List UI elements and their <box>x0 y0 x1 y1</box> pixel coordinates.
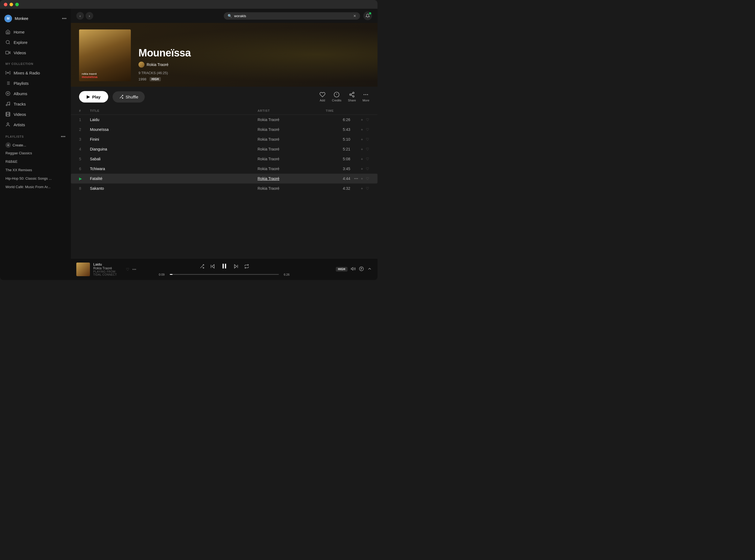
pause-button[interactable] <box>221 263 228 271</box>
create-playlist-button[interactable]: + Create... <box>0 141 71 149</box>
track-play-indicator: ▶ <box>79 176 90 181</box>
playlist-item-worldcafe[interactable]: World Café: Music From Ar... <box>0 183 71 191</box>
track-add-icon[interactable]: + <box>361 166 363 171</box>
artist-icon <box>5 122 11 127</box>
track-add-icon[interactable]: + <box>361 176 363 181</box>
add-button[interactable]: Add <box>320 92 325 102</box>
heart-add-icon <box>320 92 325 98</box>
track-heart-icon[interactable]: ♡ <box>366 186 369 191</box>
notifications-button[interactable] <box>363 12 372 20</box>
album-tracks-meta: 9 TRACKS (46:25) <box>139 71 369 75</box>
sidebar-item-home[interactable]: Home <box>0 27 71 37</box>
track-add-icon[interactable]: + <box>361 147 363 151</box>
sidebar-item-tracks[interactable]: Tracks <box>0 99 71 109</box>
info-icon <box>334 92 340 98</box>
forward-button[interactable]: › <box>86 12 93 20</box>
player-more-icon[interactable]: ••• <box>132 267 136 272</box>
track-heart-icon[interactable]: ♡ <box>366 157 369 161</box>
track-row[interactable]: 6 Tchiwara Rokia Traoré 3:45 + ♡ <box>71 164 378 174</box>
more-button[interactable]: More <box>363 92 369 102</box>
queue-icon[interactable] <box>359 266 364 272</box>
expand-icon[interactable] <box>367 266 372 272</box>
track-time: 5:21 <box>326 147 353 151</box>
user-menu-icon[interactable]: ••• <box>62 16 66 21</box>
track-row[interactable]: 4 Dianguina Rokia Traoré 5:21 + ♡ <box>71 144 378 154</box>
avatar[interactable]: M <box>4 15 12 22</box>
track-row[interactable]: 5 Sabali Rokia Traoré 5:08 + ♡ <box>71 154 378 164</box>
track-add-icon[interactable]: + <box>361 186 363 191</box>
sidebar-item-artists[interactable]: Artists <box>0 119 71 130</box>
track-add-icon[interactable]: + <box>361 118 363 122</box>
sidebar-item-playlists[interactable]: Playlists <box>0 78 71 88</box>
track-more-icon[interactable]: ••• <box>354 176 358 181</box>
sidebar-item-videos-col[interactable]: Videos <box>0 109 71 119</box>
track-heart-icon[interactable]: ♡ <box>366 176 369 181</box>
player-source: PLAYING FROM: TIDAL CONNECT <box>93 270 123 276</box>
play-button[interactable]: ▶ Play <box>79 91 108 102</box>
playlists-menu-icon[interactable]: ••• <box>61 134 65 139</box>
track-row[interactable]: 2 Mouneïssa Rokia Traoré 5:43 + ♡ <box>71 125 378 135</box>
player-artist-name: Rokia Traoré <box>93 266 123 270</box>
previous-button[interactable] <box>210 264 215 270</box>
queue-svg <box>359 266 364 271</box>
player-heart-icon[interactable]: ♡ <box>126 267 129 272</box>
minimize-button[interactable] <box>9 3 13 6</box>
track-title: Sakanto <box>90 186 258 191</box>
artist-name-link[interactable]: Rokia Traoré <box>147 62 168 67</box>
track-title: Sabali <box>90 157 258 161</box>
skip-forward-icon <box>233 264 239 269</box>
album-year: 1998 <box>139 77 146 81</box>
shuffle-ctrl-button[interactable] <box>200 264 204 270</box>
sidebar-item-explore[interactable]: Explore <box>0 37 71 47</box>
track-number: 8 <box>79 186 90 191</box>
player-quality-badge: HIGH <box>336 267 348 272</box>
share-icon <box>349 92 355 98</box>
track-time: 3:45 <box>326 166 353 171</box>
track-row[interactable]: 8 Sakanto Rokia Traoré 4:32 + ♡ <box>71 183 378 193</box>
progress-bar[interactable] <box>170 274 279 275</box>
track-heart-icon[interactable]: ♡ <box>366 118 369 122</box>
track-heart-icon[interactable]: ♡ <box>366 166 369 171</box>
playlist-item-xx-remixes[interactable]: The XX Remixes <box>0 166 71 174</box>
svg-rect-41 <box>225 264 226 268</box>
track-row-playing[interactable]: ▶ Fatalité Rokia Traoré 4:44 ••• + ♡ <box>71 174 378 183</box>
track-add-icon[interactable]: + <box>361 157 363 161</box>
credits-button[interactable]: Credits <box>332 92 342 102</box>
total-time: 6:26 <box>282 273 290 276</box>
sidebar-item-videos[interactable]: Videos <box>0 47 71 58</box>
search-clear-icon[interactable]: ✕ <box>353 14 356 18</box>
close-button[interactable] <box>4 3 7 6</box>
next-button[interactable] <box>233 264 239 270</box>
svg-point-13 <box>8 104 10 105</box>
share-button[interactable]: Share <box>348 92 356 102</box>
back-button[interactable]: ‹ <box>76 12 84 20</box>
playlist-item-reggae[interactable]: Reggae Classics <box>0 149 71 157</box>
track-actions: + ♡ <box>353 118 369 122</box>
player-bar: Laidu Rokia Traoré PLAYING FROM: TIDAL C… <box>71 258 378 280</box>
track-number: 5 <box>79 157 90 161</box>
track-artist-link[interactable]: Rokia Traoré <box>258 176 326 181</box>
track-heart-icon[interactable]: ♡ <box>366 127 369 132</box>
track-heart-icon[interactable]: ♡ <box>366 137 369 141</box>
volume-icon[interactable] <box>351 266 356 272</box>
playlist-item-hiphop50[interactable]: Hip-Hop 50: Classic Songs ... <box>0 174 71 183</box>
album-year-row: 1998 HIGH <box>139 77 369 81</box>
sidebar-item-mixes-radio[interactable]: Mixes & Radio <box>0 67 71 78</box>
repeat-button[interactable] <box>244 264 249 270</box>
track-heart-icon[interactable]: ♡ <box>366 147 369 151</box>
track-row[interactable]: 3 Finini Rokia Traoré 5:10 + ♡ <box>71 135 378 144</box>
svg-point-12 <box>6 104 7 106</box>
track-row[interactable]: 1 Laidu Rokia Traoré 6:26 + ♡ <box>71 115 378 125</box>
sidebar-item-albums[interactable]: Albums <box>0 88 71 99</box>
track-artist: Rokia Traoré <box>258 166 326 171</box>
track-time: 4:32 <box>326 186 353 191</box>
svg-point-10 <box>6 92 10 96</box>
svg-point-22 <box>7 123 9 124</box>
maximize-button[interactable] <box>15 3 19 6</box>
search-input[interactable] <box>234 14 351 18</box>
track-title: Tchiwara <box>90 166 258 171</box>
shuffle-button[interactable]: Shuffle <box>113 91 145 102</box>
track-add-icon[interactable]: + <box>361 127 363 132</box>
playlist-item-rnb[interactable]: R&B&E <box>0 157 71 166</box>
track-add-icon[interactable]: + <box>361 137 363 141</box>
